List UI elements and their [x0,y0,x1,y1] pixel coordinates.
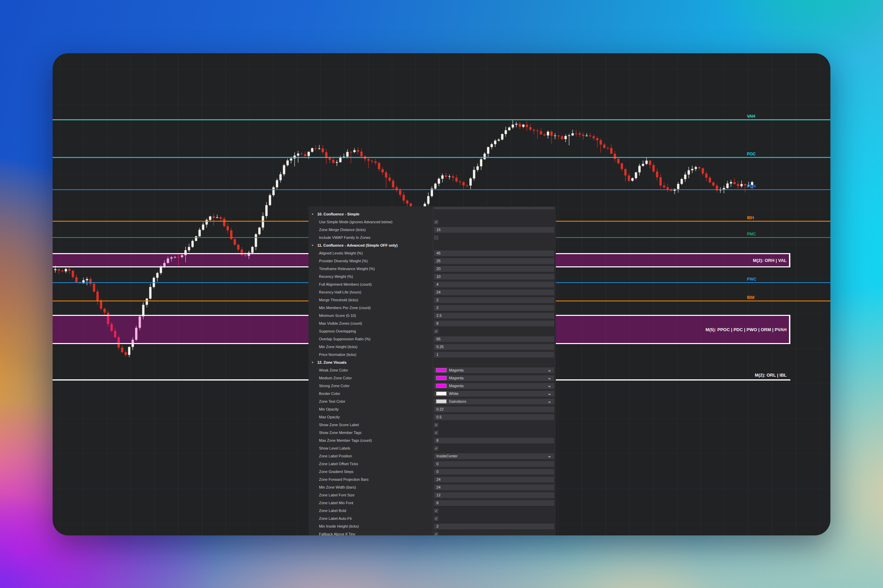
value-input[interactable]: 4 [434,282,554,287]
chevron-down-icon[interactable]: ⌄ [547,453,552,459]
row-label: Min Opacity [319,405,339,413]
zone-border-right [789,253,790,267]
checkbox-unchecked[interactable] [434,236,438,240]
candle-body [385,172,387,177]
chevron-down-icon[interactable]: ⌄ [547,367,552,373]
chart-window: M(2): ORH | VALM(5): PPOC | PDC | PWO | … [52,53,831,536]
candle-body [730,182,732,183]
candle-body [283,165,285,174]
candle-body [273,187,275,195]
triangle-collapse-icon[interactable]: ▼ [311,358,314,366]
candle-body [297,154,299,156]
value-input[interactable]: 0.25 [434,344,554,350]
candle-body [522,125,525,127]
value-input[interactable]: 12 [434,492,554,498]
value-input[interactable]: 2.5 [434,313,554,319]
candle-body [571,134,574,135]
candle-body [75,277,78,282]
color-swatch [436,392,446,395]
row-label: Full Alignment Members (count) [319,280,372,288]
candle-body [121,348,123,352]
candle-body [512,124,514,127]
color-dropdown[interactable]: Magenta⌄ [434,368,554,373]
candle-body [438,179,440,183]
row-label: Zone Label Min Font [319,499,353,507]
settings-row: Zone Label Offset Ticks0 [309,460,556,468]
value-input[interactable]: 24 [434,477,554,483]
checkbox-checked[interactable]: ✓ [434,446,438,451]
candle-body [631,178,634,181]
candle-body [72,271,74,277]
chevron-down-icon[interactable]: ⌄ [547,398,552,404]
value-input[interactable]: 20 [434,266,554,272]
settings-row: Show Zone Score Label✓ [309,421,556,429]
candle-body [304,154,306,156]
color-dropdown[interactable]: Magenta⌄ [434,383,554,389]
value-input[interactable]: 15 [434,227,554,233]
value-input[interactable]: 0 [434,469,554,475]
candle-body [357,150,359,152]
color-dropdown[interactable]: Gainsboro⌄ [434,399,554,405]
value-input[interactable]: 10 [434,274,554,280]
chevron-down-icon[interactable]: ⌄ [547,375,552,381]
value-input[interactable]: 2 [434,305,554,311]
row-label: 11. Confluence - Advanced (Simple OFF on… [317,242,398,249]
candle-body [596,138,599,140]
candle-body [406,201,409,204]
checkbox-checked[interactable]: ✓ [434,508,438,513]
candle-body [269,195,271,205]
value-input[interactable]: 0.22 [434,406,554,412]
settings-row: Timeframe Relevance Weight (%)20 [309,265,556,273]
section-header[interactable]: ▼10. Confluence - Simple [309,210,556,218]
checkbox-checked[interactable]: ✓ [434,220,438,224]
zone-label: M(5): PPOC | PDC | PWO | ORM | PVAH [706,327,787,332]
candle-body [89,279,91,284]
value-input[interactable]: 0.5 [434,414,554,420]
checkbox-checked[interactable]: ✓ [434,532,438,536]
checkbox-checked[interactable]: ✓ [434,516,438,521]
value-input[interactable]: 25 [434,258,554,264]
color-dropdown[interactable]: White⌄ [434,391,554,397]
checkbox-checked[interactable]: ✓ [434,423,438,427]
triangle-collapse-icon[interactable]: ▼ [311,242,314,249]
candle-body [388,177,391,180]
color-swatch [436,376,446,380]
chevron-down-icon[interactable]: ⌄ [547,390,552,396]
desktop-wallpaper: M(2): ORH | VALM(5): PPOC | PDC | PWO | … [0,0,883,588]
value-input[interactable]: 45 [434,250,554,256]
select-dropdown[interactable]: InsideCenter⌄ [434,453,554,459]
level-label-pwc: PWC [747,277,756,282]
value-input[interactable]: 8 [434,438,554,444]
section-header[interactable]: ▼11. Confluence - Advanced (Simple OFF o… [309,242,556,249]
candle-body [353,150,356,152]
value-input[interactable]: 24 [434,290,554,295]
value-input[interactable]: 2 [434,524,554,529]
row-label: Weak Zone Color [319,366,348,374]
candle-body [652,165,655,171]
candle-body [392,181,394,187]
settings-row: Aligned Levels Weight (%)45 [309,249,556,257]
checkbox-checked[interactable]: ✓ [434,329,438,333]
settings-row: Minimum Score (0-10)2.5 [309,312,556,320]
settings-row: Overlap Suppression Ratio (%)65 [309,335,556,343]
settings-row: Fallback Above If Tiny✓ [309,530,556,536]
value-input[interactable]: 24 [434,484,554,490]
value-input[interactable]: 1 [434,352,554,358]
color-swatch [436,384,446,387]
candle-body [554,135,556,136]
checkbox-checked[interactable]: ✓ [434,430,438,435]
candle-body [227,226,229,230]
color-dropdown[interactable]: Magenta⌄ [434,375,554,381]
row-label: Min Members Per Zone (count) [319,304,370,312]
value-input[interactable]: 0 [434,461,554,467]
value-input[interactable]: 65 [434,336,554,342]
value-input[interactable]: 8 [434,321,554,326]
candle-body [318,148,320,149]
section-header[interactable]: ▼12. Zone Visuals [309,358,556,366]
value-input[interactable]: 8 [434,500,554,506]
chevron-down-icon[interactable]: ⌄ [547,383,552,388]
candle-body [575,134,577,134]
value-input[interactable]: 2 [434,297,554,303]
triangle-collapse-icon[interactable]: ▼ [311,210,314,218]
partial-row-above [434,207,554,209]
